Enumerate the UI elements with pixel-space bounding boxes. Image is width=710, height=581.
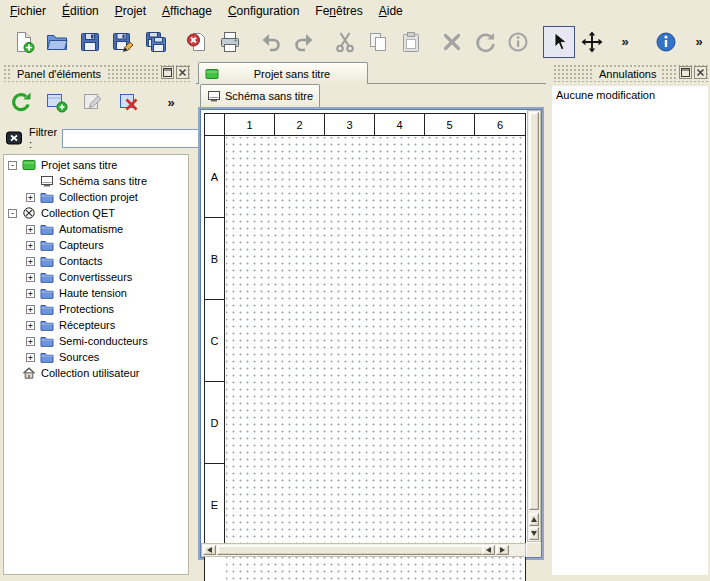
tree-item[interactable]: +Automatisme [4, 221, 188, 237]
vscroll-thumb[interactable] [529, 112, 539, 510]
open-folder-button[interactable] [41, 26, 73, 58]
paste-icon [399, 30, 423, 54]
diagram-canvas[interactable] [226, 137, 525, 581]
scroll-left-button-2[interactable] [482, 545, 495, 555]
undo-empty-text: Aucune modification [556, 89, 704, 101]
save-as-button[interactable] [107, 26, 139, 58]
expand-expander[interactable]: + [26, 289, 35, 298]
scroll-down-button[interactable] [529, 527, 539, 540]
tree-item[interactable]: +Récepteurs [4, 317, 188, 333]
tree-item[interactable]: Schéma sans titre [4, 173, 188, 189]
overflow-chevron-icon: » [167, 95, 174, 110]
panel-toolbar: » [0, 82, 192, 122]
redo-button[interactable] [288, 26, 320, 58]
elements-dock-titlebar[interactable]: Panel d'éléments [2, 65, 190, 82]
scroll-right-button[interactable] [496, 545, 509, 555]
print-button[interactable] [214, 26, 246, 58]
expander-spacer [8, 369, 17, 378]
menu-aide[interactable]: Aide [371, 1, 411, 21]
collapse-expander[interactable]: - [8, 161, 17, 170]
diagram-view: 123456 ABCDE [198, 107, 544, 560]
menu-fichier[interactable]: Fichier [2, 1, 54, 21]
filter-input[interactable] [62, 129, 212, 148]
dock-float-button[interactable] [679, 66, 692, 79]
undo-history-list[interactable]: Aucune modification [552, 86, 708, 575]
copy-button[interactable] [362, 26, 394, 58]
select-arrow-button[interactable] [543, 26, 575, 58]
dock-close-button[interactable] [176, 66, 189, 79]
menu-edition[interactable]: Édition [54, 1, 107, 21]
expander-spacer [26, 177, 35, 186]
expand-expander[interactable]: + [26, 337, 35, 346]
close-file-button[interactable] [181, 26, 213, 58]
toolbar-overflow-button[interactable]: » [156, 87, 186, 117]
rotate-button[interactable] [469, 26, 501, 58]
save-all-button[interactable] [140, 26, 172, 58]
about-info-button[interactable] [650, 26, 682, 58]
reload-button[interactable] [6, 87, 36, 117]
application-window: { "colors": { "window_background": "#ece… [0, 0, 710, 581]
vertical-scrollbar[interactable] [527, 110, 541, 542]
move-button[interactable] [576, 26, 608, 58]
info-button[interactable] [502, 26, 534, 58]
expand-expander[interactable]: + [26, 273, 35, 282]
tree-item[interactable]: +Contacts [4, 253, 188, 269]
expand-expander[interactable]: + [26, 225, 35, 234]
expand-expander[interactable]: + [26, 305, 35, 314]
new-document-button[interactable] [8, 26, 40, 58]
qet-collection-icon [22, 206, 36, 220]
diagram-tab-label: Schéma sans titre [225, 90, 313, 102]
undo-button[interactable] [255, 26, 287, 58]
tree-item[interactable]: +Collection projet [4, 189, 188, 205]
menu-projet[interactable]: Projet [107, 1, 154, 21]
workspace: Projet sans titre Schéma sans titre 1234… [196, 62, 546, 581]
diagram-tab[interactable]: Schéma sans titre [200, 84, 320, 107]
folder-icon [40, 270, 54, 284]
project-tab[interactable]: Projet sans titre [198, 62, 368, 84]
toolbar-overflow-button[interactable]: » [683, 26, 710, 58]
main-toolbar: »» [0, 21, 710, 62]
delete-element-button[interactable] [114, 87, 144, 117]
cut-button[interactable] [329, 26, 361, 58]
delete-button[interactable] [436, 26, 468, 58]
hscroll-thumb[interactable] [217, 545, 485, 555]
expand-expander[interactable]: + [26, 193, 35, 202]
dock-float-button[interactable] [161, 66, 174, 79]
tree-item-label: Collection QET [41, 207, 115, 219]
dock-close-button[interactable] [694, 66, 707, 79]
tree-item[interactable]: +Haute tension [4, 285, 188, 301]
menu-affichage[interactable]: Affichage [154, 1, 220, 21]
scroll-left-button[interactable] [203, 545, 216, 555]
tree-item[interactable]: +Protections [4, 301, 188, 317]
down-arrow-icon [531, 531, 537, 536]
tree-item[interactable]: +Capteurs [4, 237, 188, 253]
paste-button[interactable] [395, 26, 427, 58]
folder-icon [40, 190, 54, 204]
tree-item[interactable]: Collection utilisateur [4, 365, 188, 381]
scroll-up-button[interactable] [529, 513, 539, 526]
tree-item[interactable]: +Convertisseurs [4, 269, 188, 285]
elements-tree: -Projet sans titreSchéma sans titre+Coll… [3, 154, 189, 575]
row-header: D [205, 382, 224, 464]
edit-element-button[interactable] [78, 87, 108, 117]
save-button[interactable] [74, 26, 106, 58]
tree-item[interactable]: +Sources [4, 349, 188, 365]
expand-expander[interactable]: + [26, 353, 35, 362]
menu-fenetres[interactable]: Fenêtres [307, 1, 370, 21]
tree-item[interactable]: -Projet sans titre [4, 157, 188, 173]
schema-icon [207, 89, 221, 103]
new-element-button[interactable] [42, 87, 72, 117]
tree-item[interactable]: -Collection QET [4, 205, 188, 221]
horizontal-scrollbar[interactable] [201, 543, 526, 557]
expand-expander[interactable]: + [26, 257, 35, 266]
clear-filter-icon[interactable] [6, 131, 24, 145]
folder-icon [40, 334, 54, 348]
tree-item-label: Récepteurs [59, 319, 115, 331]
toolbar-overflow-button[interactable]: » [609, 26, 641, 58]
undo-dock-titlebar[interactable]: Annulations [552, 65, 708, 82]
expand-expander[interactable]: + [26, 321, 35, 330]
collapse-expander[interactable]: - [8, 209, 17, 218]
menu-configuration[interactable]: Configuration [220, 1, 307, 21]
tree-item[interactable]: +Semi-conducteurs [4, 333, 188, 349]
expand-expander[interactable]: + [26, 241, 35, 250]
